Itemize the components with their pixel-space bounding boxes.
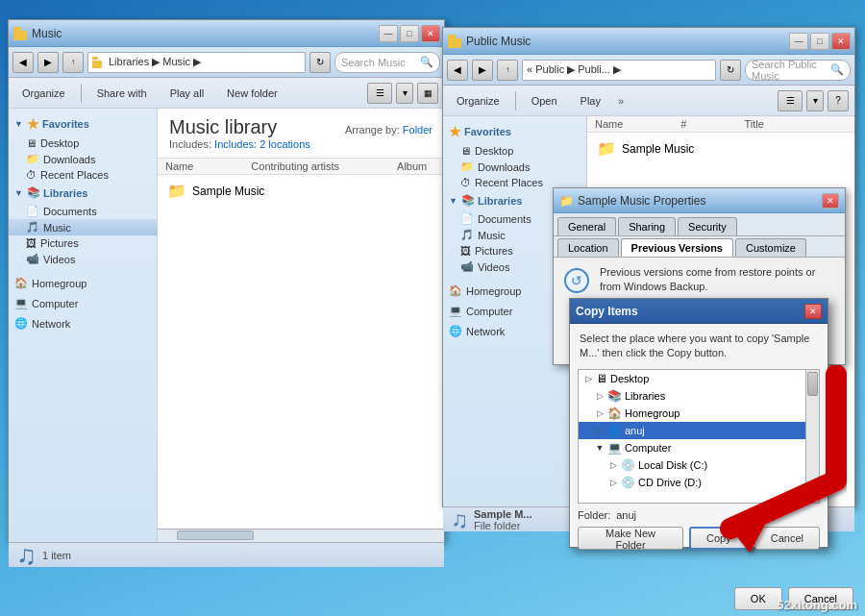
sidebar-item-recent[interactable]: ⏱ Recent Places — [9, 167, 157, 183]
sidebar-item-network[interactable]: 🌐 Network — [9, 315, 157, 332]
w2-favorites-star: ★ — [449, 124, 461, 139]
window2-search[interactable]: Search Public Music 🔍 — [745, 60, 851, 81]
w2-view-down-btn[interactable]: ▾ — [806, 90, 824, 111]
window2-minimize[interactable]: — — [789, 33, 808, 50]
tree-computer[interactable]: ▼ 💻 Computer — [579, 439, 819, 456]
w2-sidebar-desktop[interactable]: 🖥 Desktop — [443, 143, 586, 159]
bottom-ok-btn[interactable]: OK — [734, 587, 782, 610]
window1-up[interactable]: ↑ — [62, 52, 84, 73]
tab-sharing[interactable]: Sharing — [618, 217, 676, 235]
tab-customize[interactable]: Customize — [735, 238, 806, 257]
sidebar-item-homegroup[interactable]: 🏠 Homegroup — [9, 275, 157, 291]
w2-recent-label: Recent Places — [475, 177, 543, 188]
more-options[interactable]: » — [618, 95, 624, 107]
sidebar-item-pictures[interactable]: 🖼 Pictures — [9, 235, 157, 251]
w2-play-btn[interactable]: Play — [573, 89, 608, 112]
window2-refresh[interactable]: ↻ — [720, 60, 741, 81]
tab-security[interactable]: Security — [678, 217, 737, 235]
tab-location[interactable]: Location — [557, 238, 619, 257]
play-all-btn[interactable]: Play all — [162, 82, 211, 105]
window1-maximize[interactable]: □ — [400, 25, 419, 42]
w2-folder-icon: 📁 — [597, 139, 616, 158]
w2-view-btn[interactable]: ☰ — [778, 90, 803, 111]
libraries-header[interactable]: ▼ 📚 Libraries — [9, 183, 157, 203]
col-album[interactable]: Album — [397, 160, 427, 172]
share-with-btn[interactable]: Share with — [89, 82, 155, 105]
window2-forward[interactable]: ▶ — [472, 60, 493, 81]
make-new-folder-btn[interactable]: Make New Folder — [578, 527, 683, 550]
w2-col-hash[interactable]: # — [680, 118, 686, 130]
window2-maximize[interactable]: □ — [810, 33, 829, 50]
libraries-label: Libraries — [43, 187, 87, 199]
copy-tree: ▷ 🖥 Desktop ▷ 📚 Libraries ▷ 🏠 Homegroup … — [578, 369, 820, 504]
view-btn[interactable]: ☰ — [367, 83, 392, 104]
copy-instruction: Select the place where you want to copy … — [570, 324, 828, 365]
organize-btn[interactable]: Organize — [14, 82, 73, 105]
sidebar-item-computer[interactable]: 💻 Computer — [9, 295, 157, 311]
window1-search[interactable]: Search Music 🔍 — [334, 52, 440, 73]
props-close[interactable]: ✕ — [822, 193, 839, 209]
cancel-btn[interactable]: Cancel — [754, 527, 820, 550]
window1-close[interactable]: ✕ — [421, 25, 440, 42]
w2-open-btn[interactable]: Open — [524, 89, 565, 112]
local-disk-expand[interactable]: ▷ — [607, 459, 619, 471]
details-btn[interactable]: ▦ — [417, 83, 438, 104]
w2-toolbar-sep — [515, 91, 516, 111]
locations-link[interactable]: Includes: 2 locations — [214, 138, 310, 150]
tree-anuj[interactable]: ▷ 👤 anuj — [579, 422, 819, 439]
view-down-btn[interactable]: ▾ — [396, 83, 413, 104]
scrollbar-h[interactable] — [158, 529, 444, 542]
tree-libraries-icon: 📚 — [607, 389, 622, 403]
window2-up[interactable]: ↑ — [497, 60, 518, 81]
sidebar-item-desktop[interactable]: 🖥 Desktop — [9, 136, 157, 151]
w2-col-name[interactable]: Name — [595, 118, 623, 130]
window2-close[interactable]: ✕ — [831, 33, 851, 50]
w2-col-title[interactable]: Title — [744, 118, 763, 130]
window1-back[interactable]: ◀ — [12, 52, 34, 73]
w2-favorites-header[interactable]: ★ Favorites — [443, 120, 586, 143]
file-item-samplemusic[interactable]: 📁 Sample Music — [161, 179, 440, 203]
window1-refresh[interactable]: ↻ — [309, 52, 331, 73]
new-folder-btn[interactable]: New folder — [219, 82, 285, 105]
sidebar-item-documents[interactable]: 📄 Documents — [9, 203, 157, 219]
anuj-expand[interactable]: ▷ — [594, 425, 606, 436]
watermark: 52xitong.com — [777, 598, 857, 612]
homegroup-icon: 🏠 — [14, 277, 28, 289]
cd-expand[interactable]: ▷ — [607, 477, 619, 488]
copy-tree-scrollbar[interactable] — [805, 370, 819, 503]
window1-minimize[interactable]: — — [379, 25, 398, 42]
tree-homegroup[interactable]: ▷ 🏠 Homegroup — [579, 405, 819, 422]
sidebar-item-videos[interactable]: 📹 Videos — [9, 251, 157, 267]
tab-general[interactable]: General — [557, 217, 616, 235]
copy-close-btn[interactable]: ✕ — [804, 304, 822, 319]
tree-libraries[interactable]: ▷ 📚 Libraries — [579, 387, 819, 405]
desktop-expand[interactable]: ▷ — [582, 373, 594, 384]
homegroup-expand[interactable]: ▷ — [594, 407, 606, 419]
w2-help-btn[interactable]: ? — [828, 90, 849, 111]
tree-homegroup-icon: 🏠 — [607, 407, 622, 420]
libraries-expand[interactable]: ▷ — [594, 390, 606, 402]
w2-organize-btn[interactable]: Organize — [449, 89, 507, 112]
window2-breadcrumb[interactable]: « Public ▶ Publi... ▶ — [522, 60, 716, 81]
scrollbar-thumb[interactable] — [177, 530, 254, 540]
tree-cd-drive[interactable]: ▷ 💿 CD Drive (D:) — [579, 474, 819, 491]
w2-file-samplemusic[interactable]: 📁 Sample Music — [591, 136, 851, 160]
window1-breadcrumb[interactable]: Libraries ▶ Music ▶ — [87, 52, 306, 73]
w2-sidebar-downloads[interactable]: 📁 Downloads — [443, 159, 586, 175]
sidebar-item-downloads[interactable]: 📁 Downloads — [9, 151, 157, 167]
tree-local-disk[interactable]: ▷ 💿 Local Disk (C:) — [579, 456, 819, 474]
window2-back[interactable]: ◀ — [447, 60, 468, 81]
computer-expand[interactable]: ▼ — [594, 442, 606, 454]
arrange-value[interactable]: Folder — [403, 124, 432, 136]
col-name[interactable]: Name — [165, 160, 193, 172]
favorites-header[interactable]: ▼ ★ Favorites — [9, 112, 157, 136]
sidebar-item-music[interactable]: 🎵 Music — [9, 219, 157, 235]
window1-forward[interactable]: ▶ — [37, 52, 59, 73]
recent-label: Recent Places — [40, 169, 109, 181]
tab-prev-versions[interactable]: Previous Versions — [621, 238, 733, 257]
tree-desktop[interactable]: ▷ 🖥 Desktop — [579, 370, 819, 387]
col-artists[interactable]: Contributing artists — [251, 160, 339, 172]
music-label: Music — [43, 222, 71, 234]
copy-btn[interactable]: Copy — [689, 527, 749, 550]
copy-scrollbar-thumb[interactable] — [807, 372, 818, 396]
